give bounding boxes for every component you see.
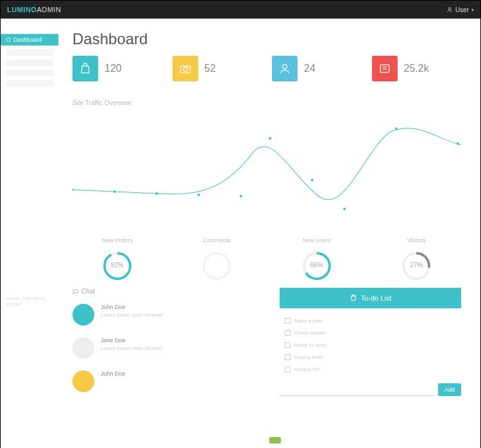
caret-down-icon: ▾ <box>471 7 474 13</box>
svg-point-4 <box>283 64 287 69</box>
svg-point-15 <box>343 208 346 210</box>
chat-icon <box>72 288 79 295</box>
top-navbar: LUMINOADMIN User ▾ <box>1 1 480 19</box>
user-menu[interactable]: User ▾ <box>446 6 474 13</box>
checkbox-icon[interactable] <box>285 318 291 324</box>
chat-body: Lorem ipsum dolor sit amet <box>101 345 162 352</box>
newspaper-icon <box>372 56 398 81</box>
svg-point-11 <box>198 194 200 196</box>
svg-point-17 <box>457 142 459 145</box>
bag-icon <box>72 56 98 81</box>
brand-part-a: LUMINO <box>7 6 37 13</box>
gauges-row: New Orders 92% Comments New Users 66% Vi… <box>72 237 461 269</box>
clipboard-icon <box>350 294 357 302</box>
todo-panel: To-do List Make a plan Check emails Repl… <box>280 288 461 404</box>
stat-card[interactable]: 24 <box>272 56 362 81</box>
svg-point-12 <box>240 195 242 197</box>
svg-point-20 <box>204 253 230 279</box>
todo-text: Make a plan <box>294 318 323 324</box>
gauge-value: 92% <box>72 261 162 269</box>
gauge-new-users: New Users 66% <box>272 237 362 269</box>
chat-body: Lorem ipsum dolor sit amet <box>101 312 162 319</box>
gauge-value: 27% <box>372 261 462 269</box>
page-title: Dashboard <box>72 30 461 48</box>
chat-message: John Doe Lorem ipsum dolor sit amet <box>72 304 254 326</box>
gauge-comments: Comments <box>173 237 262 269</box>
todo-item[interactable]: Deploy build <box>280 351 461 363</box>
chat-sender-name: John Doe <box>101 370 126 377</box>
todo-item[interactable]: Check emails <box>280 327 461 339</box>
svg-rect-5 <box>380 65 389 72</box>
stat-value: 52 <box>205 63 216 74</box>
todo-input[interactable] <box>280 384 434 396</box>
chat-sender-name: John Doe <box>101 304 162 310</box>
sidebar-footnote: Source: Free admin template <box>1 295 58 307</box>
todo-header: To-do List <box>280 288 461 308</box>
avatar <box>72 370 94 392</box>
todo-header-label: To-do List <box>361 294 392 302</box>
main-content: Dashboard 120 52 24 25.2k <box>58 19 480 448</box>
user-icon <box>446 6 453 13</box>
svg-point-13 <box>269 137 271 140</box>
sidebar-item-placeholder[interactable] <box>6 70 53 76</box>
circle-icon <box>6 37 11 42</box>
checkbox-icon[interactable] <box>285 354 291 360</box>
stat-value: 24 <box>304 63 316 74</box>
todo-text: Deploy build <box>294 354 323 360</box>
sidebar-item-placeholder[interactable] <box>6 80 53 87</box>
gauge-label: New Users <box>272 237 362 244</box>
todo-text: Reply to Jane <box>294 342 326 348</box>
svg-point-0 <box>448 8 450 10</box>
todo-item[interactable]: Make a plan <box>280 315 461 327</box>
chat-panel: Chat John Doe Lorem ipsum dolor sit amet… <box>72 288 254 404</box>
add-todo-button[interactable]: Add <box>438 383 461 396</box>
checkbox-icon[interactable] <box>285 342 291 348</box>
stats-row: 120 52 24 25.2k <box>72 56 461 81</box>
status-badge <box>269 437 281 444</box>
svg-point-8 <box>72 188 74 191</box>
gauge-visitors: Visitors 27% <box>372 237 462 269</box>
checkbox-icon[interactable] <box>285 330 291 336</box>
checkbox-icon[interactable] <box>285 367 291 372</box>
sidebar: Dashboard Source: Free admin template <box>1 19 58 448</box>
sidebar-item-dashboard[interactable]: Dashboard <box>1 34 58 46</box>
stat-card[interactable]: 25.2k <box>372 56 462 81</box>
traffic-label: Site Traffic Overview <box>72 99 461 106</box>
sidebar-item-placeholder[interactable] <box>6 60 53 66</box>
todo-item[interactable]: Reply to Jane <box>280 339 461 351</box>
chat-header: Chat <box>72 288 254 295</box>
traffic-chart <box>72 113 461 222</box>
user-label: User <box>455 6 469 13</box>
avatar <box>72 337 94 359</box>
todo-text: Review PR <box>294 367 320 372</box>
svg-point-1 <box>6 38 10 42</box>
svg-point-10 <box>155 192 158 195</box>
camera-icon <box>173 56 198 81</box>
avatar <box>72 304 94 326</box>
svg-point-3 <box>183 67 187 72</box>
stat-card[interactable]: 120 <box>72 56 162 81</box>
sidebar-item-label: Dashboard <box>13 37 42 43</box>
user-icon <box>272 56 298 81</box>
stat-value: 25.2k <box>404 63 429 74</box>
stat-value: 120 <box>105 63 122 74</box>
chat-header-label: Chat <box>81 288 95 295</box>
todo-text: Check emails <box>294 330 325 336</box>
chat-message: John Doe <box>72 370 254 392</box>
svg-point-16 <box>395 128 398 130</box>
gauge-value: 66% <box>272 261 362 269</box>
todo-item[interactable]: Review PR <box>280 363 461 376</box>
gauge-new-orders: New Orders 92% <box>72 237 162 269</box>
brand-part-b: ADMIN <box>37 6 61 13</box>
svg-point-9 <box>114 190 116 193</box>
sidebar-item-placeholder[interactable] <box>6 49 53 56</box>
chat-message: Jane Doe Lorem ipsum dolor sit amet <box>72 337 254 359</box>
gauge-label: Visitors <box>372 237 462 244</box>
stat-card[interactable]: 52 <box>173 56 262 81</box>
gauge-ring-icon <box>201 250 233 282</box>
brand-logo[interactable]: LUMINOADMIN <box>7 6 61 13</box>
chat-sender-name: Jane Doe <box>101 337 162 344</box>
gauge-label: Comments <box>173 237 262 244</box>
gauge-label: New Orders <box>72 237 162 244</box>
svg-point-14 <box>311 179 314 181</box>
